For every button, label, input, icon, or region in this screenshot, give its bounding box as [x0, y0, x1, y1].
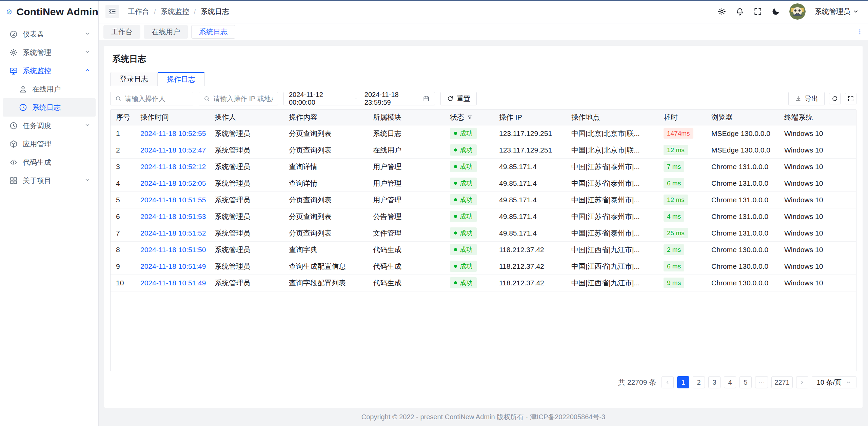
tab-operation-log[interactable]: 操作日志 — [157, 72, 205, 86]
col-time: 操作时间 — [140, 113, 169, 121]
reset-button[interactable]: 重置 — [440, 92, 477, 105]
sidebar-collapse-button[interactable] — [105, 5, 119, 18]
row-browser: Chrome 131.0.0.0 — [711, 179, 768, 187]
avatar[interactable] — [789, 3, 806, 20]
refresh-icon — [447, 95, 454, 102]
page-size-select[interactable]: 10 条/页 — [812, 376, 856, 388]
row-os: Windows 10 — [784, 229, 823, 237]
operation-time-link[interactable]: 2024-11-18 10:51:49 — [140, 262, 206, 270]
row-content: 查询详情 — [289, 163, 317, 170]
status-filter-icon[interactable] — [467, 115, 473, 120]
row-content: 分页查询列表 — [289, 229, 332, 237]
table-row: 4 2024-11-18 10:52:05 系统管理员 查询详情 用户管理 成功 — [111, 175, 856, 191]
fullscreen-icon[interactable] — [753, 7, 762, 16]
fullscreen-table-button[interactable] — [845, 93, 856, 104]
sidebar-item-app-management[interactable]: 应用管理 — [3, 135, 96, 153]
grid-icon — [9, 176, 18, 185]
window-top-edge — [0, 0, 868, 1]
operator-search-input[interactable] — [125, 95, 189, 103]
sidebar-item-system-management[interactable]: 系统管理 — [3, 43, 96, 62]
sidebar-item-code-generation[interactable]: 代码生成 — [3, 153, 96, 171]
row-module: 公告管理 — [373, 212, 401, 220]
row-content: 分页查询列表 — [289, 129, 332, 137]
status-text: 成功 — [460, 279, 473, 287]
table-row: 3 2024-11-18 10:52:12 系统管理员 查询详情 用户管理 成功 — [111, 158, 856, 175]
status-badge: 成功 — [450, 161, 477, 172]
operation-time-link[interactable]: 2024-11-18 10:51:50 — [140, 246, 206, 253]
status-badge: 成功 — [450, 277, 477, 288]
operation-time-link[interactable]: 2024-11-18 10:51:49 — [140, 279, 206, 287]
operation-time-link[interactable]: 2024-11-18 10:51:53 — [140, 212, 206, 220]
sidebar-item-dashboard[interactable]: 仪表盘 — [3, 25, 96, 43]
dark-mode-moon-icon[interactable] — [771, 7, 780, 16]
operation-time-link[interactable]: 2024-11-18 10:52:55 — [140, 129, 206, 137]
status-dot — [454, 148, 457, 151]
sidebar-item-label: 仪表盘 — [23, 29, 44, 39]
export-button[interactable]: 导出 — [788, 92, 825, 105]
user-menu[interactable]: 系统管理员 — [815, 7, 859, 16]
sidebar-item-task-schedule[interactable]: 任务调度 — [3, 117, 96, 135]
page-button-1[interactable]: 1 — [677, 376, 689, 388]
more-vertical-icon — [856, 28, 863, 35]
row-browser: Chrome 131.0.0.0 — [711, 212, 768, 220]
sidebar-item-system-log[interactable]: 系统日志 — [3, 98, 96, 117]
page-button-2[interactable]: 2 — [693, 376, 705, 388]
operation-time-link[interactable]: 2024-11-18 10:51:52 — [140, 229, 206, 237]
logo[interactable]: ContiNew Admin — [0, 0, 98, 23]
row-os: Windows 10 — [784, 279, 823, 287]
row-index: 9 — [116, 262, 120, 270]
row-index: 10 — [116, 279, 124, 287]
sidebar-item-about-project[interactable]: 关于项目 — [3, 171, 96, 190]
breadcrumb-item[interactable]: 工作台 — [128, 7, 149, 16]
col-operator: 操作人 — [215, 113, 236, 121]
page-button-last[interactable]: 2271 — [771, 376, 793, 388]
row-content: 分页查询列表 — [289, 146, 332, 154]
page-button-4[interactable]: 4 — [724, 376, 736, 388]
tab-workbench[interactable]: 工作台 — [103, 25, 140, 39]
page-button-3[interactable]: 3 — [708, 376, 721, 388]
breadcrumb-item[interactable]: 系统监控 — [161, 7, 189, 16]
prev-page-button[interactable] — [662, 376, 674, 388]
refresh-table-button[interactable] — [829, 93, 841, 104]
sidebar-item-online-users[interactable]: 在线用户 — [3, 80, 96, 98]
status-dot — [454, 182, 457, 185]
operation-time-link[interactable]: 2024-11-18 10:52:05 — [140, 179, 206, 187]
status-text: 成功 — [460, 196, 473, 204]
row-module: 代码生成 — [373, 262, 401, 270]
tab-more-button[interactable] — [856, 28, 863, 35]
history-icon — [19, 103, 27, 112]
page-button-5[interactable]: 5 — [739, 376, 752, 388]
row-browser: Chrome 130.0.0.0 — [711, 246, 768, 253]
tab-online-users[interactable]: 在线用户 — [144, 25, 188, 39]
status-text: 成功 — [460, 212, 473, 221]
table-header-row: 序号 操作时间 操作人 操作内容 所属模块 状态 — [111, 110, 856, 125]
ip-search-input[interactable] — [213, 95, 273, 103]
settings-icon[interactable] — [717, 7, 726, 16]
operation-time-link[interactable]: 2024-11-18 10:52:47 — [140, 146, 206, 154]
date-range-picker[interactable]: 2024-11-12 00:00:00 - 2024-11-18 23:59:5… — [283, 92, 435, 105]
sidebar-item-system-monitor[interactable]: 系统监控 — [3, 62, 96, 80]
row-os: Windows 10 — [784, 146, 823, 154]
row-content: 查询字典 — [289, 246, 317, 253]
operation-time-link[interactable]: 2024-11-18 10:52:12 — [140, 163, 206, 170]
row-location: 中国|江苏省|泰州市|... — [571, 196, 640, 204]
row-module: 用户管理 — [373, 179, 401, 187]
operator-search — [110, 92, 193, 105]
page-ellipsis-button[interactable]: ··· — [755, 376, 768, 388]
tab-system-log[interactable]: 系统日志 — [191, 25, 235, 39]
col-duration: 耗时 — [664, 113, 678, 121]
next-page-button[interactable] — [796, 376, 808, 388]
col-module: 所属模块 — [373, 113, 401, 121]
duration-badge: 1474ms — [664, 128, 693, 139]
row-browser: Chrome 131.0.0.0 — [711, 229, 768, 237]
row-operator: 系统管理员 — [215, 196, 250, 204]
operation-time-link[interactable]: 2024-11-18 10:51:55 — [140, 196, 206, 204]
duration-text: 6 ms — [667, 263, 681, 270]
status-badge: 成功 — [450, 211, 477, 222]
row-ip: 49.85.171.4 — [499, 179, 537, 187]
row-browser: Chrome 131.0.0.0 — [711, 196, 768, 204]
tab-login-log[interactable]: 登录日志 — [110, 72, 158, 86]
notification-bell-icon[interactable] — [735, 7, 744, 16]
row-location: 中国|江西省|九江市|... — [571, 279, 640, 287]
status-text: 成功 — [460, 245, 473, 254]
